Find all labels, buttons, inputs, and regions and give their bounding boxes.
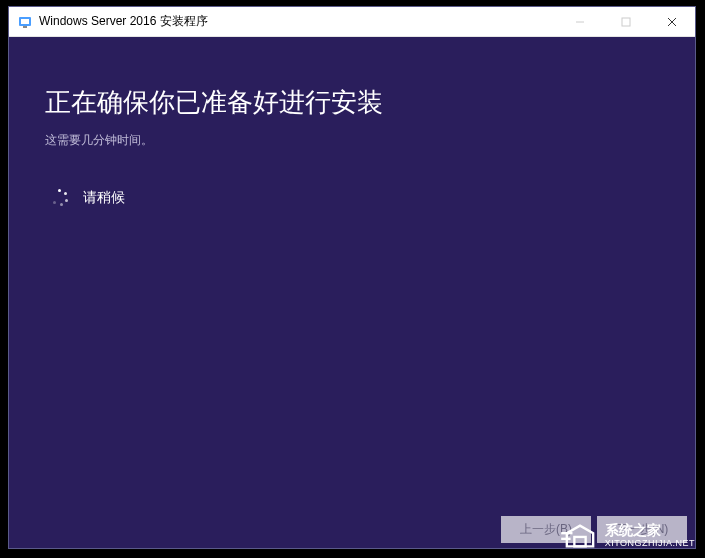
next-button: 下一步(N) (597, 516, 687, 543)
spinner-icon (51, 189, 69, 207)
svg-rect-2 (23, 26, 27, 28)
installer-window: Windows Server 2016 安装程序 正在确保你已准备好进行安装 这… (8, 6, 696, 549)
button-bar: 上一步(B) 下一步(N) (501, 510, 695, 548)
maximize-button (603, 7, 649, 36)
back-button: 上一步(B) (501, 516, 591, 543)
minimize-button (557, 7, 603, 36)
close-button[interactable] (649, 7, 695, 36)
svg-rect-4 (622, 18, 630, 26)
progress-row: 请稍候 (51, 189, 659, 207)
window-controls (557, 7, 695, 36)
window-title: Windows Server 2016 安装程序 (39, 13, 557, 30)
content-area: 正在确保你已准备好进行安装 这需要几分钟时间。 请稍候 上一步(B) 下一步(N… (9, 37, 695, 548)
app-icon (17, 14, 33, 30)
wait-label: 请稍候 (83, 189, 125, 207)
titlebar: Windows Server 2016 安装程序 (9, 7, 695, 37)
page-subheading: 这需要几分钟时间。 (45, 132, 659, 149)
svg-rect-1 (21, 19, 29, 24)
page-heading: 正在确保你已准备好进行安装 (45, 85, 659, 120)
